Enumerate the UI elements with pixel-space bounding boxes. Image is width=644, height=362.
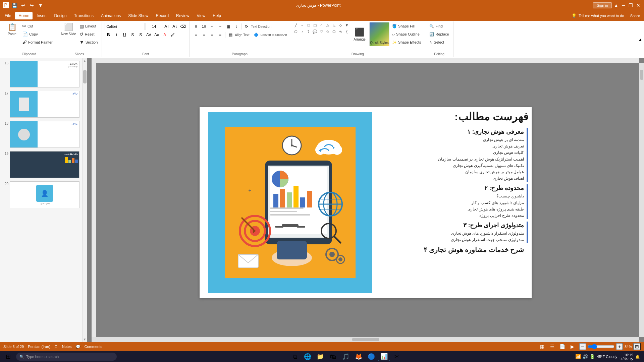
shape-callout[interactable]: 💬	[312, 28, 318, 35]
decrease-indent-button[interactable]: ←	[208, 23, 216, 30]
zoom-in-button[interactable]: +	[616, 343, 623, 350]
close-icon[interactable]: ✕	[635, 2, 641, 8]
start-button[interactable]: ⊞	[1, 352, 15, 361]
reading-view-button[interactable]: 📄	[559, 343, 566, 350]
menu-help[interactable]: Help	[209, 12, 224, 19]
minimize-icon[interactable]: ─	[621, 2, 627, 8]
find-button[interactable]: 🔍 Find	[428, 24, 450, 29]
replace-button[interactable]: 🔄 Replace	[428, 32, 450, 37]
canvas-vscroll[interactable]	[639, 63, 644, 337]
menu-review[interactable]: Review	[173, 12, 193, 19]
shape-rounded-rect[interactable]: ▢	[312, 22, 318, 28]
slide-thumbnail-20[interactable]: 20 👤 محدوده طرح...	[1, 180, 80, 209]
clear-formatting-button[interactable]: ⌫	[179, 23, 186, 30]
text-highlight-button[interactable]: 🖊	[169, 31, 176, 39]
layout-button[interactable]: ▤ Layout	[78, 23, 99, 29]
menu-record[interactable]: Record	[152, 12, 172, 19]
zoom-out-button[interactable]: ─	[579, 343, 586, 350]
ribbon-collapse-button[interactable]: ▲	[638, 21, 643, 57]
taskbar-app-chrome[interactable]: 🔵	[365, 352, 377, 361]
slide-thumbnail-16[interactable]: 16 متدولوژی... توضیحات متن	[1, 60, 80, 88]
format-painter-button[interactable]: 🖌 Format Painter	[21, 39, 54, 45]
share-button[interactable]: Share	[628, 14, 643, 18]
shape-line[interactable]: ╱	[293, 22, 299, 28]
taskbar-app-firefox[interactable]: 🦊	[353, 352, 365, 361]
normal-view-button[interactable]: ▦	[539, 343, 546, 350]
paste-button[interactable]: 📋 Paste	[4, 22, 20, 42]
italic-button[interactable]: I	[113, 31, 120, 39]
shape-heart[interactable]: ♡	[318, 28, 324, 35]
slideshow-view-button[interactable]: ▶	[569, 343, 576, 350]
taskbar-app-explorer[interactable]: 📁	[314, 352, 326, 361]
shape-chevron[interactable]: ›	[299, 28, 305, 35]
shape-rect[interactable]: □	[306, 22, 312, 28]
comments-button[interactable]: Comments	[85, 345, 102, 349]
notification-icon[interactable]: 🔔	[635, 355, 640, 359]
shape-outline-button[interactable]: ▱ Shape Outline	[391, 32, 422, 37]
columns-button[interactable]: ▦	[224, 23, 232, 30]
undo-icon[interactable]: ↩	[20, 2, 26, 8]
justify-button[interactable]: ≡	[216, 31, 224, 39]
shape-diamond[interactable]: ◇	[337, 22, 343, 28]
canvas-hscroll-thumb[interactable]	[352, 338, 379, 341]
strikethrough-button[interactable]: S	[129, 31, 136, 39]
shape-arrow[interactable]: →	[299, 22, 305, 28]
canvas-hscroll[interactable]	[92, 337, 639, 342]
shape-bracket[interactable]: {	[344, 28, 350, 35]
restore-icon[interactable]: ❐	[628, 2, 634, 8]
slide-thumbnail-17[interactable]: 17 مزایای...	[1, 90, 80, 119]
shape-star[interactable]: ☆	[325, 28, 331, 35]
menu-design[interactable]: Design	[51, 12, 70, 19]
text-shadow-button[interactable]: S	[137, 31, 144, 39]
decrease-font-button[interactable]: A↓	[171, 23, 178, 30]
slide-thumbnail-18[interactable]: 18 مزایای...	[1, 120, 80, 149]
taskbar-app-edge[interactable]: 🌐	[302, 352, 314, 361]
increase-indent-button[interactable]: →	[216, 23, 224, 30]
menu-home[interactable]: Home	[15, 12, 33, 19]
tell-me-search[interactable]: 💡 Tell me what you want to do	[569, 13, 627, 18]
taskbar-app-snip[interactable]: ✂	[391, 352, 403, 361]
change-case-button[interactable]: Aa	[153, 31, 160, 39]
taskbar-app-powerpoint[interactable]: 📊	[378, 352, 390, 361]
align-text-button[interactable]: ▤	[227, 31, 234, 39]
new-slide-button[interactable]: ⬜ New Slide	[60, 22, 77, 42]
menu-view[interactable]: View	[193, 12, 209, 19]
slide-panel-scroll-thumb[interactable]	[83, 70, 87, 83]
menu-slideshow[interactable]: Slide Show	[125, 12, 152, 19]
slide-thumbnail-19[interactable]: 19 بانک اطلاعاتی...	[1, 150, 80, 179]
shape-pentagon[interactable]: ⬠	[293, 28, 299, 35]
bold-button[interactable]: B	[105, 31, 112, 39]
shape-fill-button[interactable]: 🪣 Shape Fill	[391, 24, 422, 29]
save-icon[interactable]: 💾	[11, 2, 17, 8]
section-button[interactable]: ▼ Section	[78, 39, 99, 45]
text-direction-button[interactable]: ⟳	[243, 23, 250, 30]
shape-rtriangle[interactable]: ◺	[331, 22, 337, 28]
shape-effects-button[interactable]: ✨ Shape Effects	[391, 40, 422, 45]
notes-button[interactable]: Notes	[62, 345, 72, 349]
clock[interactable]: 10:19 بخ ۱۱/۳/۸۰	[619, 353, 633, 360]
copy-button[interactable]: 📄 Copy	[21, 31, 54, 37]
taskbar-search[interactable]: 🔍 Type here to search	[16, 353, 117, 361]
shape-oval[interactable]: ○	[318, 22, 324, 28]
align-left-button[interactable]: ≡	[192, 31, 200, 39]
align-center-button[interactable]: ≡	[200, 31, 208, 39]
shape-triangle[interactable]: △	[325, 22, 331, 28]
bullets-button[interactable]: ≡	[192, 23, 200, 30]
canvas-vscroll-thumb[interactable]	[640, 70, 643, 80]
shape-blockbow[interactable]: ⤵	[306, 28, 312, 35]
increase-font-button[interactable]: A↑	[163, 23, 170, 30]
taskbar-app-taskview[interactable]: ⧉	[289, 352, 301, 361]
font-size-input[interactable]	[146, 23, 162, 30]
cut-button[interactable]: ✂ Cut	[21, 23, 54, 29]
menu-transitions[interactable]: Transitions	[71, 12, 97, 19]
menu-animations[interactable]: Animations	[98, 12, 124, 19]
taskbar-app-media[interactable]: 🎵	[340, 352, 352, 361]
customize-qat-icon[interactable]: ▼	[38, 2, 44, 8]
redo-icon[interactable]: ↪	[29, 2, 35, 8]
shape-more[interactable]: ▼	[344, 22, 350, 28]
line-spacing-button[interactable]: ↕	[232, 23, 240, 30]
arrange-button[interactable]: ⬛ Arrange	[351, 22, 368, 46]
menu-insert[interactable]: Insert	[33, 12, 50, 19]
menu-file[interactable]: File	[1, 12, 14, 19]
slide-panel-scrollbar[interactable]: ▲ ▼	[82, 58, 87, 342]
